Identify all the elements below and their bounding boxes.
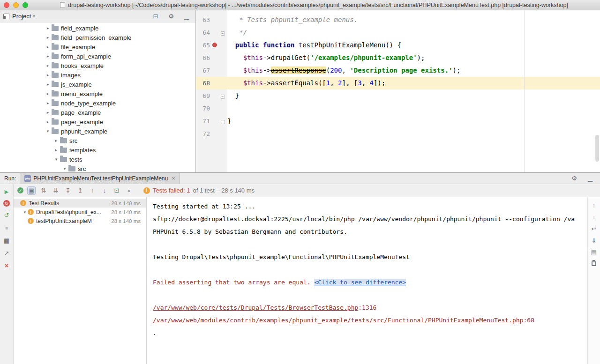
previous-failed-test-button[interactable]: ↑ bbox=[88, 186, 97, 195]
sort-by-duration-button[interactable]: ⇊ bbox=[52, 186, 60, 195]
test-duration: 28 s 140 ms bbox=[108, 201, 146, 206]
stacktrace-link[interactable]: /var/www/web/modules/contrib/examples/ph… bbox=[153, 317, 524, 324]
editor-line[interactable]: 67 $this->assertResponse(200, 'Descripti… bbox=[196, 64, 600, 77]
fold-icon[interactable]: − bbox=[221, 31, 225, 36]
editor-line[interactable]: 71−} bbox=[196, 115, 600, 127]
console-line: sftp://docker@drupaltest.docksal:2225/us… bbox=[153, 213, 587, 225]
pin-tab-button[interactable]: ↗ bbox=[2, 249, 11, 257]
project-tree-item[interactable]: ▸hooks_example bbox=[0, 61, 195, 70]
zoom-window-button[interactable] bbox=[22, 2, 28, 8]
chevron-right-icon[interactable]: ▸ bbox=[45, 63, 51, 68]
editor-line[interactable]: 72 bbox=[196, 127, 600, 140]
expand-all-button[interactable]: ↧ bbox=[64, 186, 72, 195]
project-tree-item[interactable]: ▸js_example bbox=[0, 80, 195, 89]
fold-icon[interactable]: − bbox=[221, 120, 225, 124]
gutter-fold-area bbox=[219, 102, 226, 115]
chevron-down-icon[interactable]: ▾ bbox=[45, 129, 51, 134]
code-token: ], [ bbox=[342, 79, 358, 87]
minimize-window-button[interactable] bbox=[13, 2, 19, 8]
up-stack-trace-button[interactable]: ↑ bbox=[590, 201, 598, 209]
chevron-down-icon[interactable]: ▾ bbox=[22, 210, 28, 215]
chevron-down-icon[interactable]: ▾ bbox=[33, 14, 35, 18]
tree-item-label: menu_example bbox=[61, 90, 103, 97]
project-tree-item[interactable]: ▾src bbox=[0, 164, 195, 172]
project-tree-item[interactable]: ▾phpunit_example bbox=[0, 126, 195, 136]
chevron-right-icon[interactable]: ▸ bbox=[45, 73, 51, 77]
project-tree-item[interactable]: ▸file_example bbox=[0, 42, 195, 52]
chevron-right-icon[interactable]: ▸ bbox=[45, 26, 51, 30]
import-test-results-button[interactable]: ⊡ bbox=[112, 186, 121, 195]
rerun-button[interactable]: ▶ bbox=[2, 187, 11, 196]
project-tree-item[interactable]: ▸src bbox=[0, 136, 195, 145]
project-tree-item[interactable]: ▸form_api_example bbox=[0, 52, 195, 61]
editor-scrollbar-thumb[interactable] bbox=[595, 135, 599, 162]
sort-alphabetically-button[interactable]: ⇅ bbox=[39, 186, 48, 195]
close-button[interactable]: × bbox=[2, 261, 11, 270]
chevron-right-icon[interactable]: ▸ bbox=[53, 148, 59, 152]
stop-button[interactable]: ■ bbox=[2, 223, 11, 232]
chevron-right-icon[interactable]: ▸ bbox=[45, 110, 51, 115]
editor-line[interactable]: 65 public function testPhpUnitExampleMen… bbox=[196, 39, 600, 52]
chevron-right-icon[interactable]: ▸ bbox=[45, 119, 51, 124]
scroll-to-end-button[interactable]: ⇓ bbox=[590, 236, 598, 245]
editor[interactable]: 63 * Tests phpunit_example menus.64− */6… bbox=[196, 10, 600, 172]
soft-wrap-button[interactable]: ↩ bbox=[590, 224, 598, 233]
collapse-all-button[interactable]: ⊟ bbox=[151, 12, 160, 21]
test-tree-item[interactable]: !Test Results28 s 140 ms bbox=[14, 199, 146, 208]
project-tree-item[interactable]: ▸menu_example bbox=[0, 89, 195, 98]
project-panel: Project ▾ ⊟⚙▁ ▸field_example▸field_permi… bbox=[0, 10, 195, 172]
editor-line[interactable]: 68 $this->assertEquals([1, 2], [3, 4]); bbox=[196, 77, 600, 89]
test-tree-item[interactable]: ▾!Drupal\Tests\phpunit_ex...28 s 140 ms bbox=[14, 208, 146, 216]
show-passed-button[interactable]: ✓ bbox=[17, 187, 23, 193]
settings-gear-button[interactable]: ⚙ bbox=[167, 12, 175, 21]
line-number: 63 bbox=[196, 14, 210, 26]
run-tab[interactable]: php PHPUnitExampleMenuTest.testPhpUnitEx… bbox=[20, 173, 180, 184]
editor-line[interactable]: 66 $this->drupalGet('/examples/phpunit-e… bbox=[196, 52, 600, 64]
stacktrace-link[interactable]: /var/www/web/core/tests/Drupal/Tests/Bro… bbox=[153, 304, 358, 311]
diff-link[interactable]: <Click to see difference> bbox=[314, 279, 406, 286]
editor-line[interactable]: 69− } bbox=[196, 89, 600, 102]
code-token: ( bbox=[326, 67, 330, 74]
test-tree-item[interactable]: !testPhpUnitExampleM28 s 140 ms bbox=[14, 216, 146, 225]
project-tree-item[interactable]: ▸field_permission_example bbox=[0, 33, 195, 42]
tree-item-label: field_permission_example bbox=[61, 34, 131, 41]
chevron-down-icon[interactable]: ▾ bbox=[62, 166, 68, 171]
next-failed-test-button[interactable]: ↓ bbox=[100, 186, 109, 195]
project-tree-item[interactable]: ▾tests bbox=[0, 155, 195, 164]
chevron-right-icon[interactable]: ▸ bbox=[45, 82, 51, 87]
editor-line[interactable]: 64− */ bbox=[196, 26, 600, 39]
hide-panel-button[interactable]: ▁ bbox=[586, 174, 594, 183]
chevron-down-icon[interactable]: ▾ bbox=[53, 157, 59, 162]
toggle-auto-test-button[interactable]: ↺ bbox=[2, 211, 11, 219]
project-tree-item[interactable]: ▸images bbox=[0, 70, 195, 80]
clear-all-button[interactable] bbox=[592, 261, 596, 266]
collapse-all-button[interactable]: ↥ bbox=[76, 186, 84, 195]
editor-line[interactable]: 70 bbox=[196, 102, 600, 115]
restore-layout-button[interactable]: ▦ bbox=[2, 236, 11, 245]
down-stack-trace-button[interactable]: ↓ bbox=[590, 213, 598, 221]
show-ignored-button[interactable]: ▣ bbox=[27, 186, 36, 195]
chevron-right-icon[interactable]: ▸ bbox=[45, 54, 51, 59]
fold-icon[interactable]: − bbox=[221, 95, 225, 99]
chevron-right-icon[interactable]: ▸ bbox=[45, 101, 51, 105]
project-tree-item[interactable]: ▸node_type_example bbox=[0, 98, 195, 108]
project-tree-item[interactable]: ▸page_example bbox=[0, 108, 195, 117]
close-window-button[interactable] bbox=[4, 2, 9, 8]
more-actions-button[interactable]: » bbox=[125, 186, 133, 195]
project-header-label[interactable]: Project bbox=[12, 13, 31, 20]
settings-gear-button[interactable]: ⚙ bbox=[570, 174, 578, 183]
print-button[interactable]: ▤ bbox=[590, 248, 598, 256]
rerun-failed-tests-button[interactable]: ↻ bbox=[3, 200, 10, 207]
project-tree-item[interactable]: ▸pager_example bbox=[0, 117, 195, 126]
chevron-right-icon[interactable]: ▸ bbox=[53, 138, 59, 143]
close-tab-icon[interactable]: × bbox=[172, 175, 175, 182]
chevron-right-icon[interactable]: ▸ bbox=[45, 45, 51, 49]
failed-test-gutter-icon[interactable] bbox=[212, 43, 217, 47]
editor-line[interactable]: 63 * Tests phpunit_example menus. bbox=[196, 14, 600, 26]
chevron-right-icon[interactable]: ▸ bbox=[45, 91, 51, 96]
hide-panel-button[interactable]: ▁ bbox=[182, 12, 191, 21]
console-output[interactable]: Testing started at 13:25 ...sftp://docke… bbox=[147, 197, 587, 364]
project-tree-item[interactable]: ▸templates bbox=[0, 145, 195, 155]
chevron-right-icon[interactable]: ▸ bbox=[45, 35, 51, 40]
project-tree-item[interactable]: ▸field_example bbox=[0, 23, 195, 33]
